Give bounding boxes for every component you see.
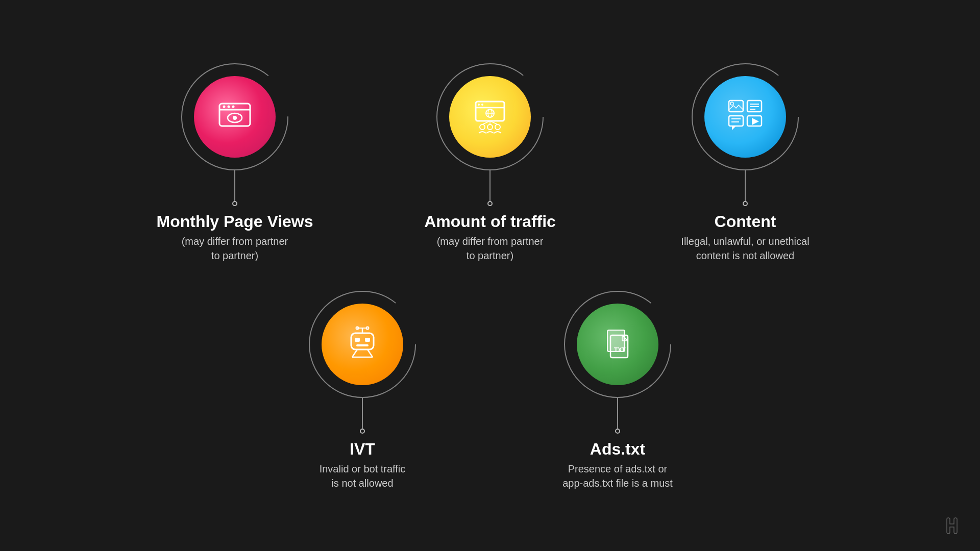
connector-dot — [615, 429, 620, 434]
connector-line — [489, 170, 491, 201]
inner-circle-content — [704, 76, 786, 158]
text-monthly: Monthly Page Views (may differ from part… — [156, 212, 313, 263]
svg-point-24 — [730, 102, 733, 105]
svg-point-7 — [233, 116, 237, 120]
svg-rect-44 — [356, 344, 369, 346]
svg-marker-34 — [752, 118, 759, 125]
svg-point-18 — [495, 124, 500, 130]
title-traffic: Amount of traffic — [424, 212, 556, 231]
svg-rect-42 — [355, 338, 360, 342]
inner-circle-adstxt: TXT — [577, 304, 658, 385]
connector-line — [234, 170, 235, 201]
connector-dot — [743, 201, 748, 206]
icon-circle-adstxt: TXT — [561, 288, 674, 400]
item-traffic: Amount of traffic (may differ from partn… — [403, 61, 577, 263]
title-content: Content — [681, 212, 809, 231]
txt-file-icon: TXT — [597, 324, 638, 365]
content-icon — [725, 96, 766, 137]
browser-eye-icon — [214, 96, 255, 137]
svg-line-46 — [368, 349, 373, 357]
connector-dot — [360, 429, 365, 434]
subtitle-adstxt: Presence of ads.txt orapp-ads.txt file i… — [562, 462, 673, 490]
item-ivt: IVT Invalid or bot trafficis not allowed — [276, 288, 449, 490]
connector-traffic — [487, 170, 493, 206]
connector-monthly — [232, 170, 237, 206]
connector-dot — [487, 201, 493, 206]
item-monthly-page-views: Monthly Page Views (may differ from part… — [148, 61, 322, 263]
connector-line — [617, 398, 618, 429]
subtitle-ivt: Invalid or bot trafficis not allowed — [320, 462, 406, 490]
svg-point-3 — [223, 106, 226, 108]
connector-adstxt — [615, 398, 620, 434]
svg-rect-9 — [476, 102, 504, 121]
icon-circle-monthly — [179, 61, 291, 173]
row-2: IVT Invalid or bot trafficis not allowed — [276, 288, 704, 490]
svg-rect-41 — [351, 333, 374, 349]
robot-icon — [342, 324, 383, 365]
svg-point-17 — [487, 124, 493, 130]
inner-circle-traffic — [449, 76, 531, 158]
item-content: Content Illegal, unlawful, or unethicalc… — [658, 61, 832, 263]
inner-circle-ivt — [322, 304, 403, 385]
connector-dot — [232, 201, 237, 206]
text-traffic: Amount of traffic (may differ from partn… — [424, 212, 556, 263]
subtitle-traffic: (may differ from partnerto partner) — [424, 234, 556, 263]
svg-rect-43 — [365, 338, 370, 342]
svg-rect-29 — [729, 116, 743, 126]
watermark — [944, 517, 960, 537]
connector-content — [743, 170, 748, 206]
icon-circle-traffic — [434, 61, 546, 173]
svg-point-4 — [228, 106, 230, 108]
icon-circle-content — [689, 61, 801, 173]
subtitle-monthly: (may differ from partnerto partner) — [156, 234, 313, 263]
text-adstxt: Ads.txt Presence of ads.txt orapp-ads.tx… — [562, 440, 673, 490]
watermark-logo — [944, 517, 960, 535]
title-adstxt: Ads.txt — [562, 440, 673, 459]
svg-point-5 — [232, 106, 235, 108]
svg-point-12 — [481, 104, 483, 106]
svg-line-45 — [352, 349, 357, 357]
text-ivt: IVT Invalid or bot trafficis not allowed — [320, 440, 406, 490]
subtitle-content: Illegal, unlawful, or unethicalcontent i… — [681, 234, 809, 263]
icon-circle-ivt — [306, 288, 419, 400]
svg-text:TXT: TXT — [614, 346, 626, 354]
connector-line — [362, 398, 363, 429]
item-adstxt: TXT Ads.txt Presence of ads.txt orapp-ad… — [531, 288, 704, 490]
traffic-icon — [470, 96, 510, 137]
connector-line — [745, 170, 746, 201]
svg-point-16 — [480, 124, 485, 130]
title-monthly: Monthly Page Views — [156, 212, 313, 231]
main-container: Monthly Page Views (may differ from part… — [0, 0, 980, 551]
title-ivt: IVT — [320, 440, 406, 459]
text-content: Content Illegal, unlawful, or unethicalc… — [681, 212, 809, 263]
row-1: Monthly Page Views (may differ from part… — [148, 61, 832, 263]
svg-point-11 — [478, 104, 480, 106]
inner-circle-monthly — [194, 76, 276, 158]
connector-ivt — [360, 398, 365, 434]
